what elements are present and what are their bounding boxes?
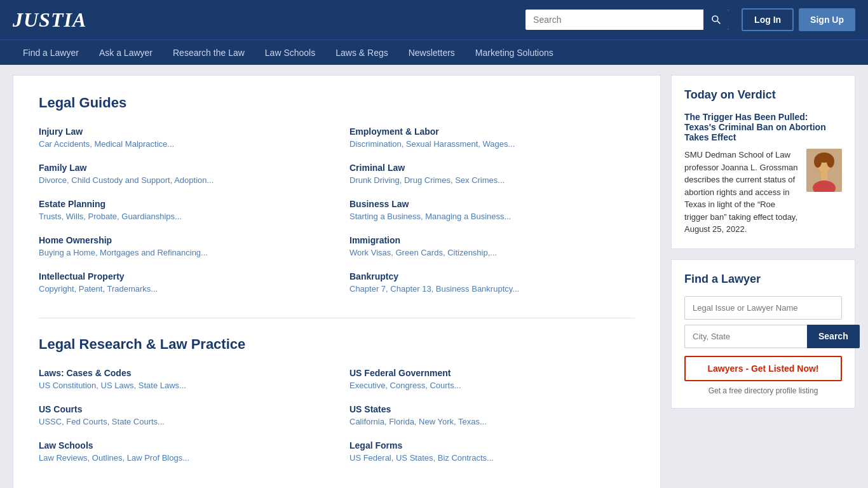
guide-criminal-law: Criminal Law Drunk Driving, Drug Crimes,…: [349, 163, 635, 185]
research-left-col: Laws: Cases & Codes US Constitution, US …: [39, 368, 324, 477]
header: JUSTIA Log In Sign Up: [0, 0, 868, 39]
guide-title[interactable]: Estate Planning: [39, 199, 324, 209]
section-divider: [39, 318, 635, 318]
guide-title[interactable]: US Federal Government: [349, 368, 635, 378]
guide-subtitle[interactable]: Starting a Business, Managing a Business…: [349, 212, 635, 221]
svg-line-1: [717, 21, 720, 24]
guide-title[interactable]: Home Ownership: [39, 235, 324, 245]
find-lawyer-title: Find a Lawyer: [684, 273, 842, 286]
guide-laws-cases-codes: Laws: Cases & Codes US Constitution, US …: [39, 368, 324, 390]
logo[interactable]: JUSTIA: [13, 8, 86, 32]
signup-button[interactable]: Sign Up: [799, 8, 855, 31]
legal-issue-input[interactable]: [684, 296, 842, 320]
guide-subtitle[interactable]: US Federal, US States, Biz Contracts...: [349, 453, 635, 463]
guide-subtitle[interactable]: Law Reviews, Outlines, Law Prof Blogs...: [39, 453, 324, 463]
svg-point-0: [712, 16, 718, 22]
guide-title[interactable]: Family Law: [39, 163, 324, 173]
legal-research-grid: Laws: Cases & Codes US Constitution, US …: [39, 368, 635, 477]
guide-bankruptcy: Bankruptcy Chapter 7, Chapter 13, Busine…: [349, 271, 635, 294]
guide-us-courts: US Courts USSC, Fed Courts, State Courts…: [39, 404, 324, 426]
nav-item-marketing-solutions[interactable]: Marketing Solutions: [465, 41, 564, 64]
avatar: [806, 149, 842, 192]
guide-title[interactable]: Law Schools: [39, 440, 324, 451]
guide-subtitle[interactable]: Copyright, Patent, Trademarks...: [39, 284, 324, 294]
guide-injury-law: Injury Law Car Accidents, Medical Malpra…: [39, 126, 324, 149]
guide-title[interactable]: Legal Forms: [349, 440, 635, 451]
verdict-title: Today on Verdict: [684, 88, 842, 102]
guide-title[interactable]: Bankruptcy: [349, 271, 635, 281]
guide-subtitle[interactable]: Executive, Congress, Courts...: [349, 381, 635, 390]
nav-item-newsletters[interactable]: Newsletters: [398, 41, 465, 64]
guide-estate-planning: Estate Planning Trusts, Wills, Probate, …: [39, 199, 324, 221]
search-icon: [711, 15, 721, 25]
guide-title[interactable]: Injury Law: [39, 126, 324, 137]
verdict-body-text: SMU Dedman School of Law professor Joann…: [684, 149, 799, 236]
guide-subtitle[interactable]: Divorce, Child Custody and Support, Adop…: [39, 175, 324, 185]
guide-title[interactable]: Intellectual Property: [39, 271, 324, 281]
guide-law-schools: Law Schools Law Reviews, Outlines, Law P…: [39, 440, 324, 463]
get-listed-button[interactable]: Lawyers - Get Listed Now!: [684, 356, 842, 381]
guide-subtitle[interactable]: Car Accidents, Medical Malpractice...: [39, 139, 324, 149]
sidebar: Today on Verdict The Trigger Has Been Pu…: [671, 75, 855, 488]
guide-intellectual-property: Intellectual Property Copyright, Patent,…: [39, 271, 324, 294]
search-input[interactable]: [526, 10, 703, 30]
legal-research-title: Legal Research & Law Practice: [39, 336, 635, 353]
guide-title[interactable]: Criminal Law: [349, 163, 635, 173]
guide-legal-forms: Legal Forms US Federal, US States, Biz C…: [349, 440, 635, 463]
city-search-row: Search: [684, 325, 842, 348]
svg-rect-9: [821, 172, 827, 180]
search-button[interactable]: [703, 10, 729, 30]
legal-research-section: Legal Research & Law Practice Laws: Case…: [39, 336, 635, 477]
guide-subtitle[interactable]: Chapter 7, Chapter 13, Business Bankrupt…: [349, 284, 635, 294]
guide-family-law: Family Law Divorce, Child Custody and Su…: [39, 163, 324, 185]
free-listing-text: Get a free directory profile listing: [684, 386, 842, 395]
guide-title[interactable]: Immigration: [349, 235, 635, 245]
guide-home-ownership: Home Ownership Buying a Home, Mortgages …: [39, 235, 324, 257]
guide-subtitle[interactable]: Buying a Home, Mortgages and Refinancing…: [39, 248, 324, 257]
header-actions: Log In Sign Up: [742, 8, 855, 31]
login-button[interactable]: Log In: [742, 8, 794, 31]
verdict-article-title[interactable]: The Trigger Has Been Pulled: Texas's Cri…: [684, 112, 842, 142]
guide-subtitle[interactable]: Drunk Driving, Drug Crimes, Sex Crimes..…: [349, 175, 635, 185]
content-panel: Legal Guides Injury Law Car Accidents, M…: [13, 75, 661, 488]
city-state-input[interactable]: [684, 325, 807, 348]
guide-employment-labor: Employment & Labor Discrimination, Sexua…: [349, 126, 635, 149]
legal-guides-section: Legal Guides Injury Law Car Accidents, M…: [39, 95, 635, 308]
verdict-card: Today on Verdict The Trigger Has Been Pu…: [671, 75, 855, 249]
nav-item-laws-regs[interactable]: Laws & Regs: [325, 41, 398, 64]
find-lawyer-search-button[interactable]: Search: [807, 325, 860, 348]
guide-title[interactable]: US Courts: [39, 404, 324, 414]
guide-immigration: Immigration Work Visas, Green Cards, Cit…: [349, 235, 635, 257]
logo-text: JUSTIA: [13, 8, 86, 31]
nav-bar: Find a Lawyer Ask a Lawyer Research the …: [0, 39, 868, 65]
guide-business-law: Business Law Starting a Business, Managi…: [349, 199, 635, 221]
guide-title[interactable]: Employment & Labor: [349, 126, 635, 137]
legal-guides-grid: Injury Law Car Accidents, Medical Malpra…: [39, 126, 635, 308]
svg-point-6: [814, 155, 822, 168]
guide-title[interactable]: Laws: Cases & Codes: [39, 368, 324, 378]
guide-us-federal-gov: US Federal Government Executive, Congres…: [349, 368, 635, 390]
guide-subtitle[interactable]: Work Visas, Green Cards, Citizenship,...: [349, 248, 635, 257]
guide-subtitle[interactable]: Discrimination, Sexual Harassment, Wages…: [349, 139, 635, 149]
search-wrapper: [526, 10, 729, 30]
guides-left-col: Injury Law Car Accidents, Medical Malpra…: [39, 126, 324, 308]
svg-point-7: [827, 155, 834, 168]
nav-item-law-schools[interactable]: Law Schools: [255, 41, 325, 64]
guide-subtitle[interactable]: USSC, Fed Courts, State Courts...: [39, 417, 324, 426]
verdict-body: SMU Dedman School of Law professor Joann…: [684, 149, 842, 236]
nav-item-find-a-lawyer[interactable]: Find a Lawyer: [13, 41, 89, 64]
guide-us-states: US States California, Florida, New York,…: [349, 404, 635, 426]
main-container: Legal Guides Injury Law Car Accidents, M…: [0, 65, 868, 488]
guide-subtitle[interactable]: Trusts, Wills, Probate, Guardianships...: [39, 212, 324, 221]
legal-guides-title: Legal Guides: [39, 95, 635, 111]
guide-title[interactable]: Business Law: [349, 199, 635, 209]
guide-subtitle[interactable]: US Constitution, US Laws, State Laws...: [39, 381, 324, 390]
nav-item-research-the-law[interactable]: Research the Law: [163, 41, 255, 64]
guides-right-col: Employment & Labor Discrimination, Sexua…: [349, 126, 635, 308]
guide-subtitle[interactable]: California, Florida, New York, Texas...: [349, 417, 635, 426]
nav-item-ask-a-lawyer[interactable]: Ask a Lawyer: [89, 41, 163, 64]
guide-title[interactable]: US States: [349, 404, 635, 414]
find-lawyer-card: Find a Lawyer Search Lawyers - Get Liste…: [671, 259, 855, 409]
professor-avatar-image: [806, 149, 842, 192]
research-right-col: US Federal Government Executive, Congres…: [349, 368, 635, 477]
